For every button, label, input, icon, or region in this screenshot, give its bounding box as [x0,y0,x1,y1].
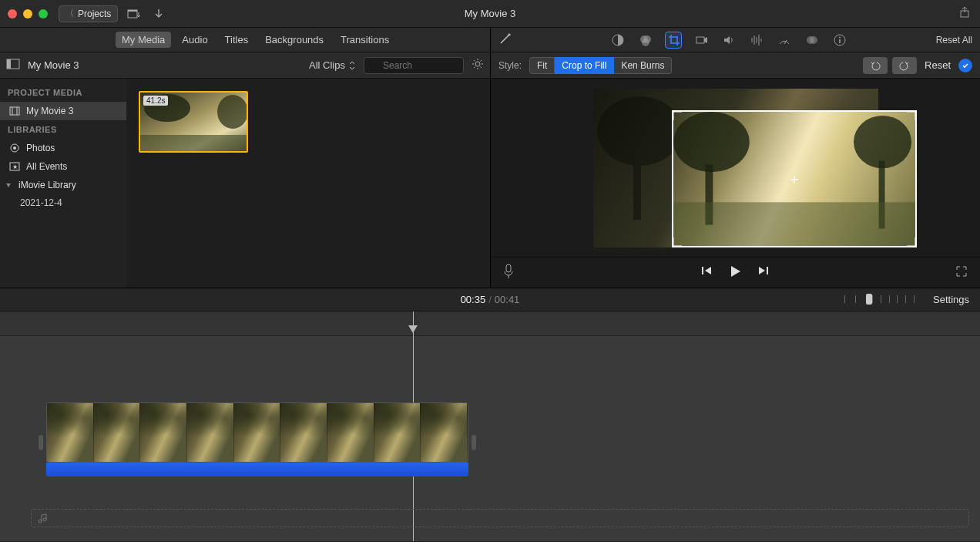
style-ken-burns-button[interactable]: Ken Burns [614,57,672,74]
tab-audio[interactable]: Audio [176,32,213,48]
search-input[interactable] [364,57,464,74]
color-balance-icon[interactable] [610,32,626,48]
library-sidebar: PROJECT MEDIA My Movie 3 LIBRARIES Photo… [0,79,126,288]
reset-all-button[interactable]: Reset All [936,35,972,45]
crop-handle-tl[interactable] [672,110,683,121]
download-icon[interactable] [150,5,167,22]
music-track-placeholder[interactable] [31,509,969,527]
total-time: 00:41 [495,294,520,305]
enhance-wand-icon[interactable] [498,32,522,48]
sidebar-item-photos[interactable]: Photos [0,139,126,157]
rotate-ccw-button[interactable] [863,57,888,74]
clips-filter-select[interactable]: All Clips [309,59,356,71]
fullscreen-window-button[interactable] [39,9,48,19]
speed-icon[interactable] [777,32,792,48]
project-media-heading: PROJECT MEDIA [0,83,126,102]
svg-rect-50 [506,264,511,272]
svg-rect-51 [702,267,703,274]
sidebar-toggle-icon[interactable] [6,59,20,72]
minimize-window-button[interactable] [23,9,32,19]
playhead-handle[interactable] [408,325,418,335]
svg-point-42 [839,36,841,38]
tab-my-media[interactable]: My Media [116,32,171,48]
browser-movie-name: My Movie 3 [28,59,79,71]
crop-style-row: Style: Fit Crop to Fill Ken Burns Reset [491,52,980,79]
crop-handle-tr[interactable] [906,110,917,121]
timeline-zoom-slider[interactable] [844,294,914,306]
noise-eq-icon[interactable] [749,32,764,48]
color-correction-icon[interactable] [638,32,653,48]
svg-rect-52 [767,267,768,274]
clip-handle-right[interactable] [472,435,476,450]
tab-backgrounds[interactable]: Backgrounds [259,32,330,48]
sidebar-item-project[interactable]: My Movie 3 [0,102,126,120]
svg-point-43 [597,96,682,166]
volume-icon[interactable] [721,32,737,48]
tab-transitions[interactable]: Transitions [334,32,395,48]
share-button[interactable] [958,6,971,21]
timeline-ruler[interactable] [0,311,980,336]
next-button[interactable] [757,264,770,281]
projects-back-label: Projects [78,8,111,19]
previous-button[interactable] [700,264,713,281]
current-time: 00:35 [461,294,486,305]
style-label: Style: [498,60,522,71]
viewer-canvas[interactable]: ＋ [491,79,980,257]
crop-rectangle[interactable]: ＋ [672,110,917,247]
import-media-icon[interactable] [126,5,143,22]
svg-line-15 [481,60,482,62]
sidebar-item-library-date[interactable]: 2021-12-4 [0,194,126,211]
sidebar-item-imovie-library[interactable]: iMovie Library [0,176,126,194]
style-crop-to-fill-button[interactable]: Crop to Fill [555,57,614,74]
svg-rect-44 [633,158,641,220]
voiceover-mic-icon[interactable] [503,264,514,281]
svg-rect-31 [696,37,704,43]
timeline-settings-button[interactable]: Settings [933,294,969,305]
timecode-bar: 00:35 / 00:41 Settings [0,288,980,311]
crop-icon[interactable] [666,32,681,48]
timeline-audio-strip[interactable] [46,463,468,476]
rotate-cw-button[interactable] [892,57,917,74]
appearance-gear-icon[interactable] [472,58,484,72]
photos-icon [9,143,20,153]
filter-audio-icon[interactable] [804,32,820,48]
projects-back-button[interactable]: 〈 Projects [59,5,118,22]
title-bar: 〈 Projects My Movie 3 [0,0,980,28]
svg-line-13 [481,67,482,69]
svg-rect-1 [128,10,137,12]
apply-crop-button[interactable] [958,59,972,72]
svg-point-7 [475,62,480,66]
media-browser[interactable]: 41.2s [126,79,490,288]
style-fit-button[interactable]: Fit [529,57,555,74]
timeline[interactable] [0,311,980,541]
svg-rect-16 [10,107,19,115]
project-label: My Movie 3 [26,106,73,116]
disclosure-icon [5,181,12,189]
crop-center-cross-icon: ＋ [787,170,801,188]
sidebar-item-all-events[interactable]: ★ All Events [0,157,126,176]
viewer: ＋ [491,79,980,288]
info-icon[interactable] [832,32,847,48]
library-date-label: 2021-12-4 [20,197,62,208]
svg-text:★: ★ [12,163,18,170]
svg-point-25 [217,95,248,129]
play-button[interactable] [728,264,742,281]
fullscreen-icon[interactable] [955,265,968,280]
timeline-video-clip[interactable] [46,402,468,463]
browser-header: My Movie 3 All Clips [0,52,490,79]
crop-handle-bl[interactable] [672,237,683,247]
all-events-label: All Events [26,161,67,172]
stabilization-icon[interactable] [693,32,709,48]
music-note-icon [38,513,49,523]
tab-titles[interactable]: Titles [219,32,255,48]
time-separator: / [488,294,492,305]
clip-thumbnail[interactable]: 41.2s [139,91,248,153]
crop-style-segmented: Fit Crop to Fill Ken Burns [529,57,672,74]
filmstrip-icon [9,106,20,116]
svg-rect-49 [673,202,915,246]
clip-handle-left[interactable] [39,435,43,450]
crop-handle-br[interactable] [906,237,917,247]
zoom-slider-thumb[interactable] [866,294,872,305]
reset-crop-button[interactable]: Reset [925,59,951,71]
close-window-button[interactable] [8,9,17,19]
